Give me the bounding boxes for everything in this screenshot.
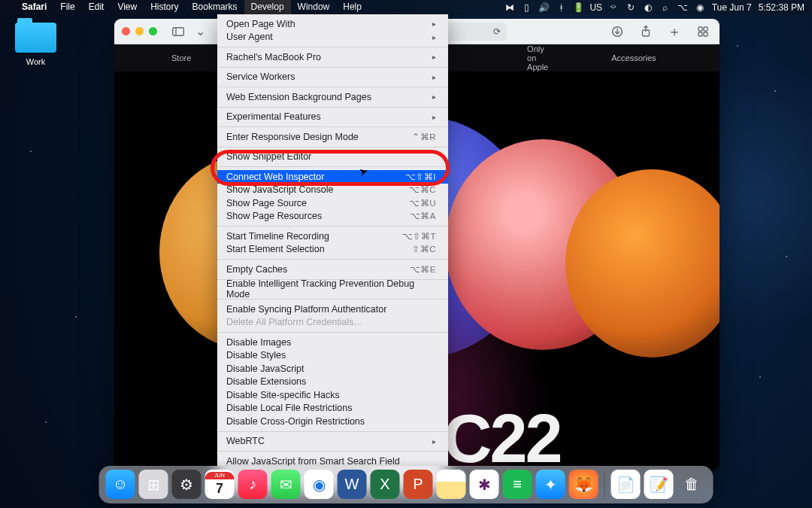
- reload-icon[interactable]: ⟳: [493, 26, 501, 37]
- menu-view[interactable]: View: [111, 0, 144, 14]
- menu-history[interactable]: History: [144, 0, 185, 14]
- menuitem-disable-cross-origin-restrictions[interactable]: Disable Cross-Origin Restrictions: [217, 415, 448, 428]
- dock-spotify[interactable]: ≡: [503, 470, 532, 499]
- dock-excel[interactable]: X: [371, 470, 400, 499]
- dock-settings[interactable]: ⚙: [172, 470, 201, 499]
- menuitem-disable-images[interactable]: Disable Images: [217, 336, 448, 349]
- menu-separator: [217, 431, 448, 432]
- dock-pages-doc[interactable]: 📄: [611, 470, 641, 499]
- menu-edit[interactable]: Edit: [82, 0, 111, 14]
- menu-separator: [217, 226, 448, 227]
- menu-bookmarks[interactable]: Bookmarks: [186, 0, 244, 14]
- menuitem-enter-responsive-design-mode[interactable]: Enter Responsive Design Mode⌃⌘R: [217, 130, 448, 144]
- dropbox-icon[interactable]: ⧓: [504, 2, 515, 13]
- menuitem-connect-web-inspector[interactable]: Connect Web Inspector⌥⇧⌘I: [217, 170, 448, 184]
- control-center-icon[interactable]: ⌥: [677, 2, 688, 13]
- menuitem-rachel-s-macbook-pro[interactable]: Rachel's MacBook Pro▸: [217, 50, 448, 64]
- shortcut-label: ⌥⌘U: [409, 198, 436, 208]
- folder-icon: [15, 23, 56, 53]
- menubar-time[interactable]: 5:52:38 PM: [759, 2, 804, 13]
- menu-separator: [217, 67, 448, 68]
- dock-text-doc[interactable]: 📝: [644, 470, 674, 499]
- dock-notes[interactable]: [437, 470, 466, 499]
- menu-file[interactable]: File: [53, 0, 81, 14]
- menuitem-empty-caches[interactable]: Empty Caches⌥⌘E: [217, 263, 448, 276]
- close-button[interactable]: [122, 27, 130, 35]
- downloads-button[interactable]: [608, 23, 626, 41]
- menuitem-disable-styles[interactable]: Disable Styles: [217, 349, 448, 363]
- menuitem-start-element-selection[interactable]: Start Element Selection⇧⌘C: [217, 243, 448, 257]
- sidebar-toggle[interactable]: [169, 23, 187, 41]
- chevron-right-icon: ▸: [432, 33, 436, 41]
- svg-rect-9: [704, 32, 707, 36]
- bluetooth-icon[interactable]: ᚼ: [556, 2, 567, 13]
- input-us-icon[interactable]: US: [591, 2, 601, 13]
- menu-window[interactable]: Window: [291, 0, 337, 14]
- tablet-icon[interactable]: ▯: [522, 2, 532, 13]
- shortcut-label: ⇧⌘C: [412, 244, 436, 254]
- menu-develop[interactable]: Develop: [244, 0, 291, 14]
- menuitem-delete-all-platform-credentials: Delete All Platform Credentials…: [217, 316, 448, 330]
- menu-separator: [217, 107, 448, 108]
- dock-calendar[interactable]: JUN7: [205, 470, 235, 499]
- nav-store[interactable]: Store: [171, 53, 191, 62]
- menuitem-show-page-source[interactable]: Show Page Source⌥⌘U: [217, 196, 448, 210]
- menuitem-webrtc[interactable]: WebRTC▸: [217, 435, 448, 449]
- menuitem-show-javascript-console[interactable]: Show JavaScript Console⌥⌘C: [217, 184, 448, 197]
- menu-separator: [217, 259, 448, 260]
- dock-firefox[interactable]: 🦊: [569, 470, 598, 499]
- dock-word[interactable]: W: [338, 470, 367, 499]
- menuitem-disable-local-file-restrictions[interactable]: Disable Local File Restrictions: [217, 402, 448, 415]
- menuitem-start-timeline-recording[interactable]: Start Timeline Recording⌥⇧⌘T: [217, 230, 448, 243]
- dock-chrome[interactable]: ◉: [304, 470, 334, 499]
- svg-rect-8: [698, 32, 702, 36]
- chevron-right-icon: ▸: [432, 113, 436, 121]
- menuitem-disable-javascript[interactable]: Disable JavaScript: [217, 362, 448, 376]
- app-name[interactable]: Safari: [15, 0, 53, 14]
- dock-powerpoint[interactable]: P: [404, 470, 433, 499]
- menuitem-experimental-features[interactable]: Experimental Features▸: [217, 111, 448, 124]
- desktop-folder-work[interactable]: Work: [15, 23, 56, 66]
- menuitem-service-workers[interactable]: Service Workers▸: [217, 71, 448, 84]
- volume-icon[interactable]: 🔊: [539, 2, 550, 13]
- menu-separator: [217, 147, 448, 148]
- share-button[interactable]: [637, 23, 655, 41]
- dock-messages[interactable]: ✉: [271, 470, 301, 499]
- menuitem-enable-syncing-platform-authenticator[interactable]: Enable Syncing Platform Authenticator: [217, 303, 448, 316]
- menuitem-open-page-with[interactable]: Open Page With▸: [217, 17, 448, 31]
- dock-trash[interactable]: 🗑: [677, 470, 707, 499]
- menuitem-disable-extensions[interactable]: Disable Extensions: [217, 376, 448, 389]
- minimize-button[interactable]: [135, 27, 144, 35]
- menu-separator: [217, 126, 448, 127]
- sidebar-dropdown[interactable]: ⌄: [195, 23, 205, 41]
- dock-safari[interactable]: ✦: [536, 470, 565, 499]
- battery-icon[interactable]: 🔋: [574, 2, 584, 13]
- siri-icon[interactable]: ◉: [695, 2, 705, 13]
- dock-finder[interactable]: ☺: [106, 470, 135, 499]
- svg-rect-0: [173, 27, 184, 35]
- dock-launchpad[interactable]: ⊞: [139, 470, 168, 499]
- menuitem-show-snippet-editor[interactable]: Show Snippet Editor: [217, 151, 448, 164]
- chevron-right-icon: ▸: [432, 93, 436, 101]
- menu-help[interactable]: Help: [336, 0, 368, 14]
- nav-only-on-apple[interactable]: Only on Apple: [527, 44, 548, 71]
- menuitem-enable-intelligent-tracking-prevention-debug-mode[interactable]: Enable Intelligent Tracking Prevention D…: [217, 283, 448, 297]
- do-not-disturb-icon[interactable]: ◐: [643, 2, 653, 13]
- window-controls[interactable]: [122, 27, 157, 35]
- menubar-date[interactable]: Tue Jun 7: [712, 2, 752, 13]
- menuitem-disable-site-specific-hacks[interactable]: Disable Site-specific Hacks: [217, 388, 448, 402]
- dock-slack[interactable]: ✱: [470, 470, 499, 499]
- menuitem-web-extension-background-pages[interactable]: Web Extension Background Pages▸: [217, 90, 448, 104]
- dock-music[interactable]: ♪: [238, 470, 268, 499]
- search-icon[interactable]: ⌕: [660, 2, 671, 13]
- menuitem-show-page-resources[interactable]: Show Page Resources⌥⌘A: [217, 210, 448, 224]
- menu-separator: [217, 451, 448, 452]
- shortcut-label: ⌥⌘C: [409, 184, 436, 195]
- sync-icon[interactable]: ↻: [626, 2, 636, 13]
- nav-accessories[interactable]: Accessories: [611, 53, 656, 62]
- tab-overview-button[interactable]: [694, 23, 712, 41]
- new-tab-button[interactable]: ＋: [665, 23, 683, 41]
- menuitem-user-agent[interactable]: User Agent▸: [217, 31, 448, 44]
- zoom-button[interactable]: [149, 27, 157, 35]
- wifi-icon[interactable]: ⌔: [608, 2, 619, 13]
